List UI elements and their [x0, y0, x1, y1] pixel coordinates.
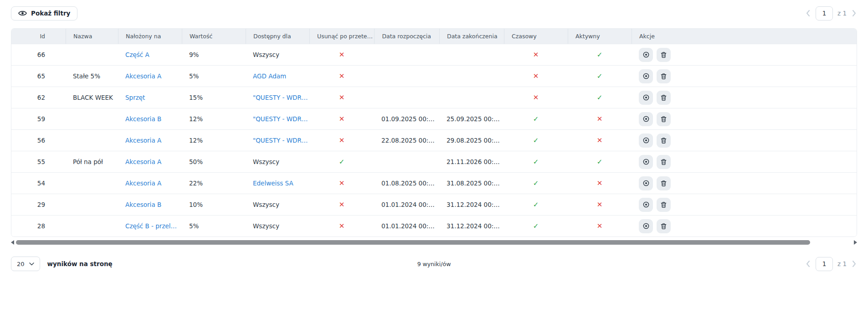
- cell-id: 29: [11, 194, 66, 215]
- view-button[interactable]: [639, 155, 653, 169]
- view-button[interactable]: [639, 176, 653, 190]
- delete-button[interactable]: [657, 112, 671, 126]
- cell-actions: [632, 44, 857, 65]
- cell-active: ✓: [568, 87, 632, 108]
- applied-to-link[interactable]: Akcesoria A: [125, 72, 161, 80]
- table-header-row: IdNazwaNałożony naWartośćDostępny dlaUsu…: [11, 29, 857, 44]
- delete-button[interactable]: [657, 134, 671, 148]
- applied-to-link[interactable]: Część B - przel…: [125, 222, 177, 230]
- trash-icon: [660, 137, 667, 144]
- cell-available-for: Wszyscy: [246, 151, 309, 172]
- show-filters-button[interactable]: Pokaż filtry: [11, 6, 77, 21]
- prev-page-button[interactable]: [805, 260, 811, 268]
- scroll-left-arrow-icon[interactable]: [11, 240, 14, 245]
- cell-available-for: Wszyscy: [246, 215, 309, 236]
- cell-date-end: 31.12.2024 00:…: [439, 194, 504, 215]
- cell-actions: [632, 87, 857, 108]
- available-for-link[interactable]: "QUESTY - WDR…: [253, 137, 308, 144]
- cell-name: [66, 44, 118, 65]
- cross-icon: ✕: [339, 51, 345, 59]
- applied-to-link[interactable]: Akcesoria A: [125, 158, 161, 165]
- eye-icon: [642, 201, 650, 208]
- applied-to-link[interactable]: Sprzęt: [125, 94, 145, 101]
- cell-name: BLACK WEEK: [66, 87, 118, 108]
- cell-applied-to: Część B - przel…: [118, 215, 182, 236]
- trash-icon: [660, 201, 667, 208]
- applied-to-link[interactable]: Akcesoria B: [125, 201, 161, 208]
- next-page-button[interactable]: [851, 260, 857, 268]
- scrollbar-thumb[interactable]: [16, 240, 810, 245]
- cell-active: ✓: [568, 151, 632, 172]
- available-for-link[interactable]: "QUESTY - WDR…: [253, 94, 308, 101]
- page-number-input[interactable]: [816, 257, 833, 271]
- table-row: 28 Część B - przel… 5% Wszyscy ✕ 01.01.2…: [11, 215, 857, 236]
- results-count: 9 wyniki/ów: [417, 261, 451, 267]
- applied-to-link[interactable]: Część A: [125, 51, 149, 58]
- cell-temporary: ✓: [504, 172, 568, 194]
- cell-date-end: 25.09.2025 00:…: [439, 108, 504, 129]
- check-icon: ✓: [597, 158, 603, 166]
- pagination-top: z 1: [805, 6, 857, 21]
- cross-icon: ✕: [339, 72, 345, 80]
- delete-button[interactable]: [657, 48, 671, 62]
- cross-icon: ✕: [533, 93, 539, 102]
- next-page-button[interactable]: [851, 9, 857, 17]
- data-table: IdNazwaNałożony naWartośćDostępny dlaUsu…: [11, 28, 857, 237]
- page-number-input[interactable]: [816, 6, 833, 21]
- cell-actions: [632, 151, 857, 172]
- cell-id: 56: [11, 129, 66, 151]
- applied-to-link[interactable]: Akcesoria A: [125, 137, 161, 144]
- trash-icon: [660, 223, 667, 230]
- cross-icon: ✕: [597, 222, 603, 230]
- delete-button[interactable]: [657, 219, 671, 233]
- prev-page-button[interactable]: [805, 9, 811, 17]
- cell-date-start: [374, 151, 439, 172]
- delete-button[interactable]: [657, 198, 671, 212]
- check-icon: ✓: [597, 72, 603, 80]
- cross-icon: ✕: [597, 200, 603, 209]
- view-button[interactable]: [639, 91, 653, 105]
- show-filters-label: Pokaż filtry: [31, 10, 70, 17]
- cross-icon: ✕: [339, 115, 345, 123]
- cell-available-for: Wszyscy: [246, 44, 309, 65]
- delete-button[interactable]: [657, 69, 671, 83]
- top-toolbar: Pokaż filtry z 1: [0, 0, 868, 28]
- view-button[interactable]: [639, 112, 653, 126]
- view-button[interactable]: [639, 48, 653, 62]
- cell-remove-after: ✕: [309, 108, 374, 129]
- view-button[interactable]: [639, 69, 653, 83]
- applied-to-link[interactable]: Akcesoria A: [125, 180, 161, 187]
- cell-remove-after: ✓: [309, 151, 374, 172]
- cell-value: 5%: [182, 65, 246, 87]
- cell-value: 22%: [182, 172, 246, 194]
- cell-applied-to: Akcesoria B: [118, 108, 182, 129]
- cell-name: Pół na pół: [66, 151, 118, 172]
- cell-applied-to: Część A: [118, 44, 182, 65]
- delete-button[interactable]: [657, 91, 671, 105]
- cell-available-for: Wszyscy: [246, 194, 309, 215]
- check-icon: ✓: [339, 158, 345, 166]
- cell-active: ✕: [568, 172, 632, 194]
- cell-applied-to: Akcesoria B: [118, 194, 182, 215]
- view-button[interactable]: [639, 134, 653, 148]
- scroll-right-arrow-icon[interactable]: [854, 240, 857, 245]
- eye-icon: [642, 72, 650, 80]
- cell-actions: [632, 108, 857, 129]
- column-header-temporary: Czasowy: [504, 29, 568, 44]
- scrollbar-track[interactable]: [16, 240, 852, 245]
- cell-date-end: 29.08.2025 00:…: [439, 129, 504, 151]
- delete-button[interactable]: [657, 176, 671, 190]
- available-for-link[interactable]: "QUESTY - WDR…: [253, 115, 308, 123]
- view-button[interactable]: [639, 198, 653, 212]
- cross-icon: ✕: [339, 179, 345, 187]
- eye-icon: [642, 94, 650, 101]
- available-for-link[interactable]: AGD Adam: [253, 72, 286, 80]
- delete-button[interactable]: [657, 155, 671, 169]
- cross-icon: ✕: [339, 222, 345, 230]
- cell-value: 9%: [182, 44, 246, 65]
- check-icon: ✓: [533, 200, 539, 209]
- available-for-link[interactable]: Edelweiss SA: [253, 180, 293, 187]
- applied-to-link[interactable]: Akcesoria B: [125, 115, 161, 123]
- page-size-select[interactable]: 20: [11, 257, 40, 271]
- view-button[interactable]: [639, 219, 653, 233]
